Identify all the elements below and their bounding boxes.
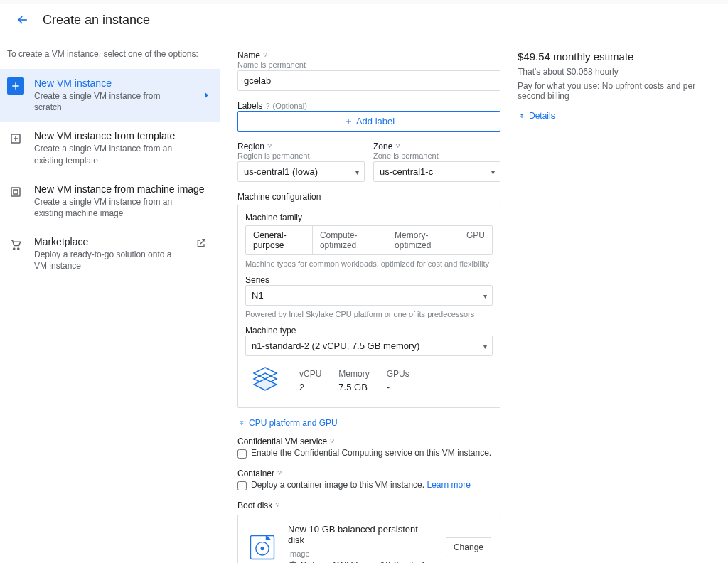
zone-select[interactable]: us-central1-c xyxy=(373,161,500,182)
sidebar-item-label: New VM instance from machine image xyxy=(34,183,205,195)
form-column: Name ? Name is permanent Labels ? (Optio… xyxy=(237,50,500,563)
series-desc: Powered by Intel Skylake CPU platform or… xyxy=(245,310,493,318)
region-select[interactable]: us-central1 (Iowa) xyxy=(237,161,365,182)
series-select[interactable]: N1 xyxy=(245,285,493,306)
machine-family-desc: Machine types for common workloads, opti… xyxy=(245,259,493,268)
sidebar-item-label: New VM instance xyxy=(34,77,176,89)
container-checkbox-row[interactable]: Deploy a container image to this VM inst… xyxy=(237,480,500,490)
page-header: Create an instance xyxy=(0,4,728,36)
price-desc: Pay for what you use: No upfront costs a… xyxy=(518,81,717,101)
name-input[interactable] xyxy=(237,70,500,91)
disk-icon xyxy=(247,532,278,563)
add-label-button[interactable]: Add label xyxy=(237,111,500,132)
learn-more-link[interactable]: Learn more xyxy=(427,480,470,490)
series-label: Series xyxy=(245,275,493,285)
back-arrow-icon[interactable] xyxy=(14,11,31,28)
sidebar-item-template[interactable]: New VM instance from template Create a s… xyxy=(0,122,220,174)
machine-type-label: Machine type xyxy=(245,326,493,336)
svg-point-4 xyxy=(18,248,19,250)
sidebar-item-desc: Create a single VM instance from an exis… xyxy=(34,196,176,219)
pricing-panel: $49.54 monthly estimate That's about $0.… xyxy=(518,50,717,563)
memory-value: 7.5 GB xyxy=(338,382,369,392)
container-checkbox[interactable] xyxy=(237,481,247,490)
sidebar-item-new-vm[interactable]: New VM instance Create a single VM insta… xyxy=(0,69,220,122)
vcpu-label: vCPU xyxy=(299,369,321,379)
machine-family-tabs: General-purpose Compute-optimized Memory… xyxy=(245,225,493,255)
help-icon[interactable]: ? xyxy=(330,437,334,446)
machine-image-icon xyxy=(7,183,24,200)
sidebar-item-label: Marketplace xyxy=(34,236,176,247)
plus-icon xyxy=(343,117,353,127)
zone-label: Zone xyxy=(373,141,392,151)
sidebar-item-desc: Create a single VM instance from an exis… xyxy=(34,143,176,166)
launch-icon xyxy=(196,237,207,249)
shield-icon xyxy=(288,560,298,564)
svg-point-3 xyxy=(14,248,15,250)
tab-gpu[interactable]: GPU xyxy=(459,226,492,254)
svg-rect-1 xyxy=(11,188,20,196)
svg-point-10 xyxy=(261,547,264,550)
help-icon[interactable]: ? xyxy=(267,142,272,151)
zone-hint: Zone is permanent xyxy=(373,151,500,160)
region-hint: Region is permanent xyxy=(237,151,365,160)
boot-disk-title: Boot disk xyxy=(237,500,272,510)
confidential-checkbox[interactable] xyxy=(237,449,247,459)
price-details-link[interactable]: Details xyxy=(518,111,717,121)
help-icon[interactable]: ? xyxy=(263,51,267,60)
tab-memory-optimized[interactable]: Memory-optimized xyxy=(387,226,459,254)
help-icon[interactable]: ? xyxy=(265,102,269,110)
help-icon[interactable]: ? xyxy=(275,501,279,510)
name-label: Name xyxy=(237,50,260,60)
page-title: Create an instance xyxy=(43,13,150,28)
cart-icon xyxy=(7,236,24,253)
machine-type-select[interactable]: n1-standard-2 (2 vCPU, 7.5 GB memory) xyxy=(245,336,493,356)
sidebar-item-marketplace[interactable]: Marketplace Deploy a ready-to-go solutio… xyxy=(0,227,220,280)
name-hint: Name is permanent xyxy=(237,60,500,69)
boot-image-label: Image xyxy=(288,549,436,558)
price-monthly: $49.54 monthly estimate xyxy=(518,50,717,63)
labels-optional: (Optional) xyxy=(273,102,307,110)
sidebar-item-label: New VM instance from template xyxy=(34,130,176,141)
chevron-right-icon xyxy=(203,91,211,100)
tab-compute-optimized[interactable]: Compute-optimized xyxy=(313,226,387,254)
vcpu-value: 2 xyxy=(299,382,321,392)
plus-box-icon xyxy=(7,77,24,95)
sidebar-item-machine-image[interactable]: New VM instance from machine image Creat… xyxy=(0,175,220,227)
help-icon[interactable]: ? xyxy=(395,142,400,151)
labels-label: Labels xyxy=(237,101,262,111)
sidebar: To create a VM instance, select one of t… xyxy=(0,36,220,563)
machine-family-label: Machine family xyxy=(245,213,493,222)
boot-disk-name: New 10 GB balanced persistent disk xyxy=(288,524,436,545)
sidebar-item-desc: Create a single VM instance from scratch xyxy=(34,90,176,113)
region-label: Region xyxy=(237,141,264,151)
container-title: Container xyxy=(237,468,274,478)
chevrons-down-icon xyxy=(518,112,526,120)
sidebar-item-desc: Deploy a ready-to-go solution onto a VM … xyxy=(34,249,176,272)
boot-os: Debian GNU/Linux 10 (buster) xyxy=(301,559,425,563)
price-hourly: That's about $0.068 hourly xyxy=(518,67,717,77)
change-boot-disk-button[interactable]: Change xyxy=(446,537,491,557)
gpus-value: - xyxy=(387,382,410,392)
memory-label: Memory xyxy=(338,369,369,379)
sidebar-intro: To create a VM instance, select one of t… xyxy=(0,49,220,69)
cpu-stack-icon xyxy=(248,363,282,397)
confidential-title: Confidential VM service xyxy=(237,436,327,446)
confidential-checkbox-row[interactable]: Enable the Confidential Computing servic… xyxy=(237,448,500,459)
gpus-label: GPUs xyxy=(387,369,410,379)
cpu-platform-link[interactable]: CPU platform and GPU xyxy=(237,418,500,428)
tab-general-purpose[interactable]: General-purpose xyxy=(246,226,313,254)
svg-rect-2 xyxy=(14,190,18,194)
machine-config-title: Machine configuration xyxy=(237,192,500,202)
help-icon[interactable]: ? xyxy=(277,469,282,478)
template-icon xyxy=(7,130,24,147)
chevrons-down-icon xyxy=(237,419,246,427)
